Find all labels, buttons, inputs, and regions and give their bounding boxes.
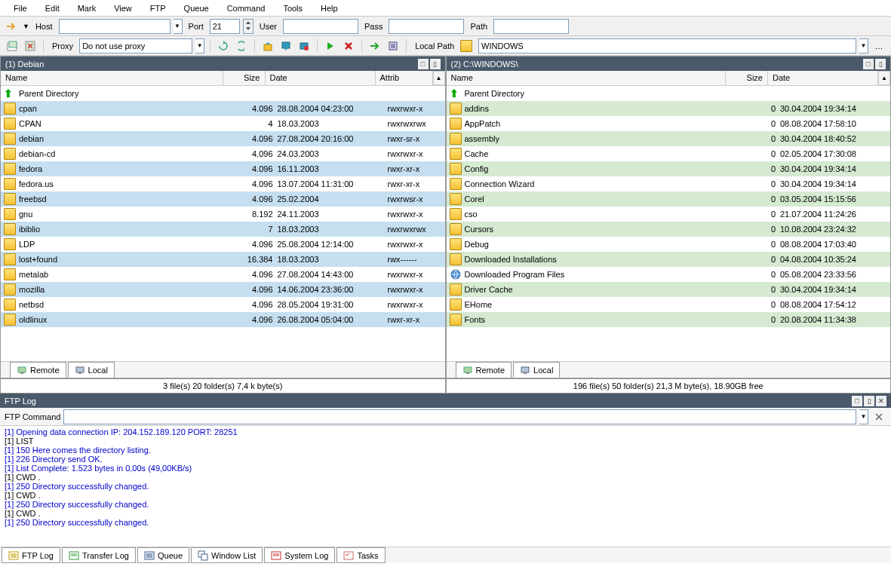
table-row[interactable]: netbsd4.09628.05.2004 19:31:00rwxrwxr-x: [1, 297, 445, 312]
table-row[interactable]: Debug008.08.2004 17:03:40: [447, 237, 891, 252]
table-row[interactable]: Connection Wizard030.04.2004 19:34:14: [447, 176, 891, 191]
refresh-both-icon[interactable]: [234, 38, 249, 54]
stop-icon[interactable]: [341, 38, 356, 54]
proxy-dropdown-icon[interactable]: ▼: [195, 38, 204, 54]
left-col-name[interactable]: Name: [1, 71, 223, 85]
local-path-input[interactable]: WINDOWS: [478, 38, 856, 54]
table-row[interactable]: cso021.07.2004 11:24:26: [447, 207, 891, 222]
left-maximize-icon[interactable]: □: [418, 59, 429, 69]
left-scroll-up-icon[interactable]: ▲: [433, 71, 445, 85]
table-row[interactable]: Cursors010.08.2004 23:24:32: [447, 222, 891, 237]
btab-tasks[interactable]: Tasks: [336, 547, 385, 563]
menu-edit[interactable]: Edit: [38, 2, 67, 15]
btab-ftp-log[interactable]: FTP Log: [2, 547, 60, 563]
right-col-name[interactable]: Name: [447, 71, 727, 85]
table-row[interactable]: Downloaded Installations004.08.2004 10:3…: [447, 252, 891, 267]
table-row[interactable]: gnu8.19224.11.2003rwxrwxr-x: [1, 207, 445, 222]
connect-icon[interactable]: [5, 19, 20, 34]
port-input[interactable]: [210, 19, 240, 34]
left-parent-row[interactable]: ⬆ Parent Directory: [1, 86, 445, 101]
dropdown-arrow-icon[interactable]: ▼: [23, 23, 29, 30]
table-row[interactable]: ibiblio718.03.2003rwxrwxrwx: [1, 222, 445, 237]
menu-mark[interactable]: Mark: [70, 2, 103, 15]
menu-tools[interactable]: Tools: [275, 2, 310, 15]
close-tab-icon[interactable]: [23, 38, 38, 54]
log-line: [1] LIST: [5, 436, 886, 446]
right-parent-row[interactable]: ⬆ Parent Directory: [447, 86, 891, 101]
table-row[interactable]: Corel003.05.2004 15:15:56: [447, 191, 891, 207]
port-spinner[interactable]: [243, 19, 253, 34]
menu-ftp[interactable]: FTP: [143, 2, 174, 15]
right-tab-local[interactable]: Local: [513, 362, 560, 378]
menu-queue[interactable]: Queue: [177, 2, 217, 15]
ftp-log[interactable]: [1] Opening data connection IP: 204.152.…: [0, 426, 891, 547]
right-tab-remote[interactable]: Remote: [456, 362, 512, 378]
menu-file[interactable]: File: [6, 2, 35, 15]
left-tab-remote[interactable]: Remote: [10, 362, 66, 378]
menu-view[interactable]: View: [106, 2, 140, 15]
table-row[interactable]: CPAN418.03.2003rwxrwxrwx: [1, 116, 445, 131]
table-row[interactable]: oldlinux4.09626.08.2004 05:04:00rwxr-xr-…: [1, 312, 445, 327]
table-row[interactable]: EHome008.08.2004 17:54:12: [447, 297, 891, 312]
table-row[interactable]: mozilla4.09614.06.2004 23:36:00rwxrwxr-x: [1, 282, 445, 297]
table-row[interactable]: fedora.us4.09613.07.2004 11:31:00rwxr-xr…: [1, 176, 445, 191]
table-row[interactable]: Config030.04.2004 19:34:14: [447, 161, 891, 176]
log-close-icon[interactable]: ✕: [876, 396, 886, 406]
menu-help[interactable]: Help: [313, 2, 346, 15]
right-pin-icon[interactable]: ▯: [875, 59, 886, 69]
table-row[interactable]: metalab4.09627.08.2004 14:43:00rwxrwxr-x: [1, 267, 445, 282]
btab-transfer[interactable]: Transfer Log: [62, 547, 136, 563]
left-col-attrib[interactable]: Attrib: [376, 71, 433, 85]
table-row[interactable]: assembly030.04.2004 18:40:52: [447, 131, 891, 146]
right-col-size[interactable]: Size: [726, 71, 768, 85]
upload-icon[interactable]: [260, 38, 275, 54]
path-input[interactable]: [493, 19, 569, 34]
download-icon[interactable]: [278, 38, 293, 54]
proxy-select[interactable]: Do not use proxy: [79, 38, 192, 54]
right-maximize-icon[interactable]: □: [863, 59, 874, 69]
abort-icon[interactable]: [296, 38, 312, 54]
table-row[interactable]: Driver Cache030.04.2004 19:34:14: [447, 282, 891, 297]
user-input[interactable]: [283, 19, 358, 34]
table-row[interactable]: LDP4.09625.08.2004 12:14:00rwxrwxr-x: [1, 237, 445, 252]
left-filelist[interactable]: ⬆ Parent Directory cpan4.09628.08.2004 0…: [1, 86, 445, 361]
left-col-size[interactable]: Size: [223, 71, 266, 85]
log-pin-icon[interactable]: ▯: [864, 396, 874, 406]
list-icon[interactable]: [386, 38, 401, 54]
left-col-date[interactable]: Date: [266, 71, 376, 85]
table-row[interactable]: debian4.09627.08.2004 20:16:00rwxr-sr-x: [1, 131, 445, 146]
play-icon[interactable]: [323, 38, 338, 54]
pass-input[interactable]: [389, 19, 464, 34]
ftp-command-input[interactable]: [63, 409, 856, 424]
right-col-date[interactable]: Date: [768, 71, 878, 85]
refresh-icon[interactable]: [216, 38, 231, 54]
file-name: Corel: [465, 194, 739, 204]
right-filelist[interactable]: ⬆ Parent Directory addins030.04.2004 19:…: [447, 86, 891, 361]
browse-icon[interactable]: …: [871, 38, 886, 54]
left-pin-icon[interactable]: ▯: [430, 59, 441, 69]
table-row[interactable]: debian-cd4.09624.03.2003rwxrwxr-x: [1, 146, 445, 161]
table-row[interactable]: Cache002.05.2004 17:30:08: [447, 146, 891, 161]
next-icon[interactable]: [367, 38, 383, 54]
cmd-dropdown-icon[interactable]: ▼: [859, 409, 868, 424]
left-tab-local[interactable]: Local: [68, 362, 115, 378]
cmd-send-icon[interactable]: [871, 409, 886, 424]
menu-command[interactable]: Command: [220, 2, 273, 15]
table-row[interactable]: freebsd4.09625.02.2004rwxrwsr-x: [1, 191, 445, 207]
btab-window[interactable]: Window List: [191, 547, 263, 563]
table-row[interactable]: AppPatch008.08.2004 17:58:10: [447, 116, 891, 131]
host-dropdown-icon[interactable]: ▼: [174, 19, 183, 34]
local-path-dropdown-icon[interactable]: ▼: [859, 38, 868, 54]
host-input[interactable]: [59, 19, 171, 34]
table-row[interactable]: lost+found16.38418.03.2003rwx------: [1, 252, 445, 267]
btab-queue[interactable]: Queue: [137, 547, 189, 563]
right-scroll-up-icon[interactable]: ▲: [878, 71, 890, 85]
table-row[interactable]: fedora4.09616.11.2003rwxr-xr-x: [1, 161, 445, 176]
btab-system[interactable]: System Log: [264, 547, 335, 563]
log-maximize-icon[interactable]: □: [852, 396, 862, 406]
table-row[interactable]: cpan4.09628.08.2004 04:23:00rwxrwxr-x: [1, 101, 445, 116]
new-tab-icon[interactable]: [5, 38, 20, 54]
table-row[interactable]: Downloaded Program Files005.08.2004 23:3…: [447, 267, 891, 282]
table-row[interactable]: Fonts020.08.2004 11:34:38: [447, 312, 891, 327]
table-row[interactable]: addins030.04.2004 19:34:14: [447, 101, 891, 116]
